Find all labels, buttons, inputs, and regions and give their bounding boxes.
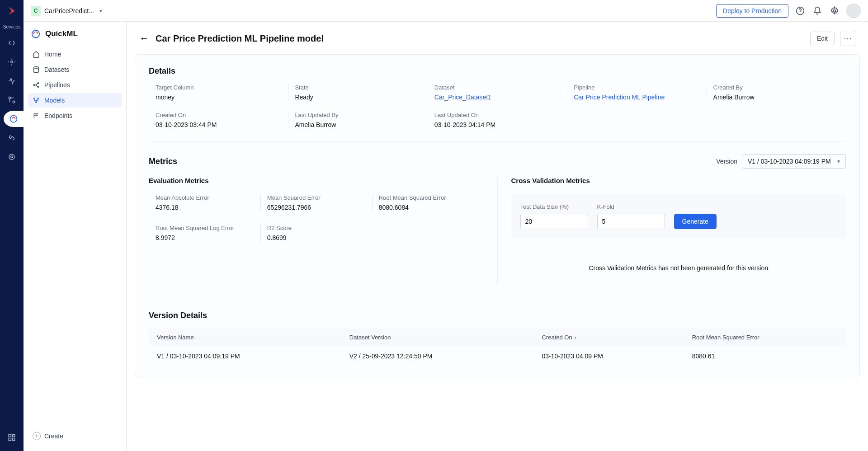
svg-point-14 [33,85,35,86]
sidebar-item-datasets[interactable]: Datasets [28,62,122,77]
brand-logo-icon [5,5,18,17]
page-header: ← Car Price Prediction ML Pipeline model… [127,22,868,54]
metric-mse: Mean Squared Error65296231.7966 [260,194,372,211]
col-dataset-version[interactable]: Dataset Version [341,329,534,346]
project-selector[interactable]: C CarPricePredict... ▾ [31,6,102,16]
home-icon [33,51,40,58]
version-label: Version [716,158,737,165]
topbar: C CarPricePredict... ▾ Deploy to Product… [24,0,868,22]
svg-point-17 [34,98,35,99]
chevron-down-icon: ▾ [99,8,102,14]
divider [149,141,846,141]
svg-point-13 [34,66,39,68]
svg-point-15 [38,83,39,84]
rail-item-1[interactable] [4,35,20,51]
svg-rect-7 [13,434,15,437]
cv-test-input[interactable] [520,214,588,229]
database-icon [33,66,40,73]
avatar[interactable] [846,4,861,18]
versions-table: Version Name Dataset Version Created On↑… [149,329,846,366]
svg-point-1 [9,97,11,99]
detail-created-by: Created ByAmelia Burrow [707,84,846,101]
sidebar-item-label: Pipelines [44,81,70,89]
bell-icon[interactable] [812,5,823,16]
svg-rect-6 [9,434,11,437]
sidebar: QuickML Home Datasets Pipelines Models [24,22,127,451]
rail-item-3[interactable] [4,73,20,89]
evaluation-metrics: Evaluation Metrics Mean Absolute Error43… [149,177,497,285]
metric-r2: R2 Score0.8699 [260,225,372,241]
project-badge: C [31,6,41,16]
detail-target-column: Target Columnmoney [149,84,288,101]
col-version-name[interactable]: Version Name [149,329,341,346]
metric-rmsle: Root Mean Squared Log Error8.9972 [149,225,260,241]
sidebar-item-label: Datasets [44,66,69,73]
svg-rect-9 [13,438,15,441]
svg-point-5 [11,156,13,158]
detail-pipeline: PipelineCar Price Prediction ML Pipeline [567,84,706,101]
services-rail: Services [0,0,24,451]
cv-empty-message: Cross Validation Metrics has not been ge… [511,251,846,285]
cv-form: Test Data Size (%) K-Fold Generate [511,194,846,238]
col-created-on[interactable]: Created On↑ [534,329,684,346]
create-button[interactable]: + Create [28,428,122,444]
detail-state: StateReady [288,84,427,101]
project-name: CarPricePredict... [44,7,94,14]
detail-created-on: Created On03-10-2023 03:44 PM [149,112,288,128]
back-arrow-icon[interactable]: ← [139,33,149,44]
cv-test-label: Test Data Size (%) [520,203,588,210]
rail-item-7[interactable] [4,149,20,165]
svg-rect-8 [9,438,11,441]
table-row[interactable]: V1 / 03-10-2023 04:09:19 PM V2 / 25-09-2… [149,346,846,366]
pipeline-icon [33,81,40,89]
col-rmse[interactable]: Root Mean Squared Error [684,329,846,346]
help-icon[interactable] [795,5,806,16]
rail-item-6[interactable] [4,130,20,146]
sidebar-item-endpoints[interactable]: Endpoints [28,108,122,123]
version-select[interactable]: V1 / 03-10-2023 04:09:19 PM ▾ [742,154,846,169]
rail-item-4[interactable] [4,92,20,108]
metric-rmse: Root Mean Squared Error8080.6084 [372,194,484,211]
sidebar-title: QuickML [28,29,122,39]
sidebar-item-pipelines[interactable]: Pipelines [28,78,122,92]
cross-validation: Cross Validation Metrics Test Data Size … [497,177,846,285]
rail-item-2[interactable] [4,54,20,70]
svg-point-2 [13,101,15,103]
edit-button[interactable]: Edit [810,32,835,45]
flag-icon [33,112,40,119]
svg-point-11 [834,9,836,12]
services-label: Services [3,24,20,29]
detail-last-updated-on: Last Updated On03-10-2023 04:14 PM [428,112,567,128]
versions-title: Version Details [149,311,846,320]
sidebar-item-label: Home [44,51,61,58]
svg-point-0 [11,61,13,63]
cv-kfold-input[interactable] [597,214,665,229]
sidebar-item-home[interactable]: Home [28,47,122,61]
gear-icon[interactable] [829,5,840,16]
page-title: Car Price Prediction ML Pipeline model [156,33,324,44]
detail-dataset: DatasetCar_Price_Dataset1 [428,84,567,101]
eval-title: Evaluation Metrics [149,177,484,184]
svg-point-12 [32,30,40,38]
divider [149,298,846,298]
details-card: Details Target Columnmoney StateReady Da… [135,54,860,378]
sidebar-item-label: Models [44,97,65,104]
quickml-icon [31,29,41,39]
generate-button[interactable]: Generate [674,214,717,229]
svg-point-4 [9,154,14,160]
pipeline-link[interactable]: Car Price Prediction ML Pipeline [574,94,706,101]
svg-point-16 [38,86,39,88]
svg-point-3 [10,116,17,122]
details-title: Details [149,66,846,76]
content: ← Car Price Prediction ML Pipeline model… [127,22,868,451]
detail-last-updated-by: Last Updated ByAmelia Burrow [288,112,427,128]
cv-title: Cross Validation Metrics [511,177,846,184]
metrics-title: Metrics [149,157,177,166]
rail-item-quickml[interactable] [4,111,24,127]
deploy-button[interactable]: Deploy to Production [716,4,788,18]
dataset-link[interactable]: Car_Price_Dataset1 [434,94,567,101]
more-button[interactable]: ⋯ [840,31,855,46]
rail-apps-icon[interactable] [4,429,20,446]
sidebar-item-models[interactable]: Models [28,93,122,108]
sort-up-icon: ↑ [574,335,577,340]
